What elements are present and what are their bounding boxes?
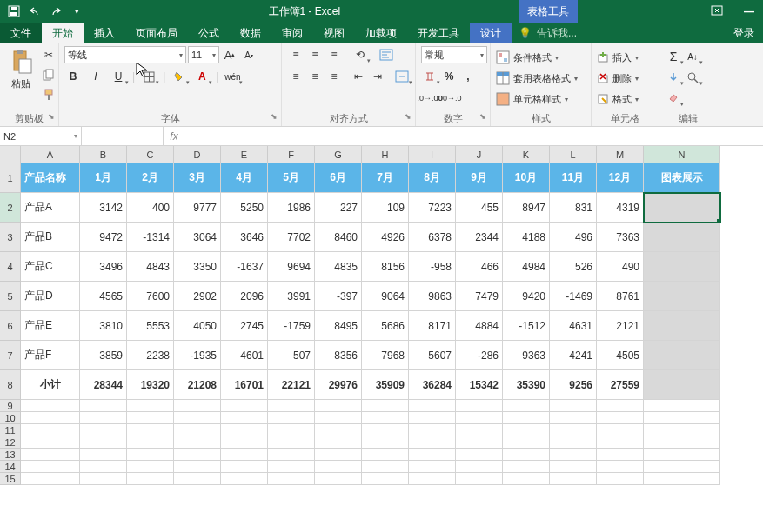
cell[interactable]: 3991	[268, 282, 315, 311]
cut-icon[interactable]: ✂	[40, 46, 57, 63]
merge-icon[interactable]: ▾	[393, 68, 411, 85]
cell[interactable]: -1469	[550, 282, 597, 311]
cell[interactable]	[268, 436, 315, 449]
cell[interactable]: -1759	[268, 311, 315, 341]
cell[interactable]	[268, 449, 315, 461]
cell[interactable]	[221, 449, 268, 461]
cell[interactable]: 15342	[456, 370, 503, 400]
cell[interactable]: 4601	[221, 341, 268, 370]
col-head-H[interactable]: H	[362, 146, 409, 163]
cell[interactable]: 5250	[221, 193, 268, 223]
cell[interactable]	[315, 461, 362, 473]
tab-formulas[interactable]: 公式	[188, 23, 230, 43]
col-head-M[interactable]: M	[597, 146, 644, 163]
cell[interactable]: 2238	[127, 341, 174, 370]
dec-decimal-icon[interactable]: .00→.0	[440, 90, 458, 107]
cell[interactable]	[597, 412, 644, 424]
cell[interactable]: 3810	[80, 311, 127, 341]
col-head-N[interactable]: N	[644, 146, 720, 163]
cell[interactable]: 3月	[174, 163, 221, 193]
cell[interactable]: 产品A	[21, 193, 80, 223]
tab-review[interactable]: 审阅	[271, 23, 313, 43]
cell[interactable]	[409, 461, 456, 473]
cell[interactable]: 455	[456, 193, 503, 223]
cell[interactable]	[221, 473, 268, 485]
cell[interactable]	[409, 424, 456, 436]
cell[interactable]	[127, 424, 174, 436]
cell[interactable]: 28344	[80, 370, 127, 400]
cell[interactable]	[456, 400, 503, 412]
conditional-format-button[interactable]: 条件格式▾	[496, 48, 559, 67]
cell[interactable]: 4241	[550, 341, 597, 370]
cell[interactable]: 4843	[127, 252, 174, 282]
cell[interactable]: 4631	[550, 311, 597, 341]
cell[interactable]: -1314	[127, 223, 174, 252]
row-head-5[interactable]: 5	[0, 282, 21, 311]
cell[interactable]	[21, 436, 80, 449]
cell[interactable]: 9363	[503, 341, 550, 370]
cell[interactable]: 8171	[409, 311, 456, 341]
cell[interactable]	[503, 436, 550, 449]
tab-design[interactable]: 设计	[470, 23, 512, 43]
cell[interactable]	[644, 412, 720, 424]
cell[interactable]	[315, 436, 362, 449]
cell[interactable]	[80, 461, 127, 473]
cell[interactable]: 16701	[221, 370, 268, 400]
cell[interactable]: 4984	[503, 252, 550, 282]
cell[interactable]	[409, 436, 456, 449]
find-icon[interactable]: ▾	[684, 69, 701, 86]
cell[interactable]	[550, 400, 597, 412]
table-format-button[interactable]: 套用表格格式▾	[496, 69, 578, 88]
font-name-combo[interactable]: 等线▾	[64, 46, 186, 63]
cell[interactable]	[21, 473, 80, 485]
row-head-11[interactable]: 11	[0, 424, 21, 436]
redo-icon[interactable]	[47, 3, 64, 20]
cell[interactable]: 3350	[174, 252, 221, 282]
cell[interactable]	[221, 400, 268, 412]
cell[interactable]	[644, 449, 720, 461]
cell[interactable]	[315, 473, 362, 485]
cell[interactable]: 227	[315, 193, 362, 223]
cell[interactable]	[315, 400, 362, 412]
qat-more-icon[interactable]: ▾	[68, 3, 85, 20]
cell[interactable]: 36284	[409, 370, 456, 400]
cell[interactable]: -1935	[174, 341, 221, 370]
cell[interactable]: 507	[268, 341, 315, 370]
cell[interactable]: 8156	[362, 252, 409, 282]
col-head-D[interactable]: D	[174, 146, 221, 163]
cell[interactable]: 2745	[221, 311, 268, 341]
cell[interactable]	[456, 461, 503, 473]
cell[interactable]	[456, 412, 503, 424]
cell[interactable]	[362, 412, 409, 424]
cell[interactable]	[221, 461, 268, 473]
cell[interactable]: 9472	[80, 223, 127, 252]
cell[interactable]: 5553	[127, 311, 174, 341]
cell[interactable]	[550, 436, 597, 449]
cell[interactable]	[80, 412, 127, 424]
wrap-text-icon[interactable]	[378, 46, 395, 63]
row-head-13[interactable]: 13	[0, 449, 21, 461]
cell[interactable]: 109	[362, 193, 409, 223]
align-middle-icon[interactable]: ≡	[306, 46, 324, 63]
font-size-combo[interactable]: 11▾	[188, 46, 219, 63]
align-top-icon[interactable]: ≡	[287, 46, 305, 63]
autosum-icon[interactable]: Σ▾	[665, 48, 682, 65]
cell[interactable]: 7223	[409, 193, 456, 223]
align-launcher[interactable]: ⬊	[405, 112, 412, 121]
row-head-9[interactable]: 9	[0, 400, 21, 412]
cell[interactable]	[550, 461, 597, 473]
tab-view[interactable]: 视图	[313, 23, 355, 43]
cell[interactable]: 9777	[174, 193, 221, 223]
percent-icon[interactable]: %	[440, 68, 458, 85]
cell[interactable]: 3064	[174, 223, 221, 252]
cell[interactable]: 9月	[456, 163, 503, 193]
row-head-6[interactable]: 6	[0, 311, 21, 341]
cell[interactable]	[221, 424, 268, 436]
clipboard-launcher[interactable]: ⬊	[48, 112, 55, 121]
cell[interactable]	[597, 424, 644, 436]
cell[interactable]	[80, 400, 127, 412]
row-head-3[interactable]: 3	[0, 223, 21, 252]
cell[interactable]	[550, 412, 597, 424]
cell[interactable]: -958	[409, 252, 456, 282]
cell[interactable]: 1月	[80, 163, 127, 193]
